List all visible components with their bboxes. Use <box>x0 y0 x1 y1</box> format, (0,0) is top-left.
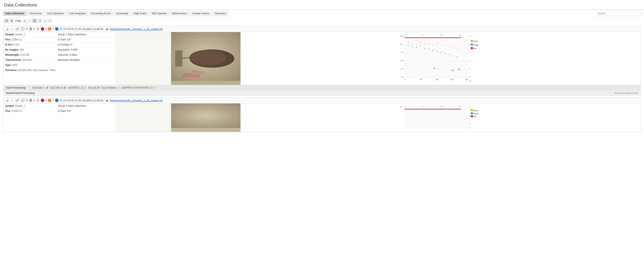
svg-rect-73 <box>471 43 473 45</box>
star-icon[interactable]: ☆ <box>10 27 14 31</box>
tab-screenings[interactable]: Screenings <box>114 11 130 16</box>
svg-text:0: 0 <box>404 79 406 81</box>
error-blue-count: 10 <box>60 99 62 102</box>
settings-icon[interactable]: ⚙ <box>36 27 40 31</box>
search-input[interactable] <box>596 11 641 16</box>
svg-text:10: 10 <box>469 80 471 82</box>
card-timestamp-2: 07-10-2021 11:44:23 <box>78 99 103 102</box>
svg-rect-37 <box>436 43 437 44</box>
card-timestamp-1: 07-10-2021 11:45:33 <box>78 27 103 31</box>
link-icon[interactable]: 🔗 <box>15 99 20 102</box>
svg-rect-32 <box>416 44 417 45</box>
error-red-count: 4 <box>46 99 47 102</box>
card-path-1[interactable]: TestInsulin/Insulin_1/Insulin_1_32_maste… <box>110 27 163 31</box>
card-chart-2: 20 0 5 10 15 -2 0 2 4 Spots Bragg <box>241 104 640 132</box>
tab-data-collections[interactable]: Data Collections <box>3 11 26 16</box>
svg-rect-75 <box>471 47 473 49</box>
svg-text:0: 0 <box>405 106 406 108</box>
comment-icon[interactable]: 💬 <box>21 27 25 31</box>
page-first-btn[interactable]: « <box>23 19 27 23</box>
proc-xia23dii: xia2 3dii: 2x ✗ <box>50 86 66 89</box>
tab-full-collections[interactable]: Full Collections <box>45 11 66 16</box>
comment-icon[interactable]: 💬 <box>21 99 25 102</box>
svg-rect-48 <box>428 49 429 50</box>
table-row: Sample: Insulin_1 Group: 2 Data Collecti… <box>4 104 116 109</box>
svg-text:150: 150 <box>450 79 454 81</box>
page-label: Page <box>15 19 21 22</box>
svg-rect-36 <box>432 45 433 46</box>
cross-icon: ✗ <box>97 86 100 89</box>
svg-text:0: 0 <box>469 43 470 45</box>
page-current-btn[interactable]: 1 <box>32 19 37 23</box>
page-prev-btn[interactable]: ‹ <box>28 19 32 23</box>
svg-rect-44 <box>412 46 413 47</box>
tab-auto-integrated[interactable]: Auto Integrated <box>67 11 88 16</box>
card-info-2: Sample: Insulin_1 Group: 2 Data Collecti… <box>4 104 116 132</box>
check-icon: ✓ <box>153 86 156 89</box>
image-icon[interactable]: 🖼 <box>29 27 32 31</box>
svg-rect-45 <box>416 47 417 48</box>
card-arrow-1: - <box>104 27 105 31</box>
svg-text:Bragg: Bragg <box>473 44 478 46</box>
svg-text:Spots: Spots <box>473 110 478 112</box>
tab-grid-scans[interactable]: Grid Scans <box>28 11 44 16</box>
svg-text:10.0: 10.0 <box>400 43 403 45</box>
print-icon[interactable]: 🖨 <box>6 27 9 31</box>
tab-sample-actions[interactable]: Sample Actions <box>190 11 212 16</box>
svg-text:2.5: 2.5 <box>401 68 403 70</box>
proc-autoprocstaraniso: autoPROC+STARANISO: 2x ✓ <box>122 86 156 89</box>
card-dash-2: - <box>104 99 105 102</box>
page-next-btn[interactable]: › <box>43 19 47 23</box>
svg-rect-77 <box>171 104 240 128</box>
error-red-icon: ! <box>41 27 44 31</box>
svg-rect-53 <box>449 54 450 55</box>
svg-text:10: 10 <box>440 106 442 108</box>
svg-text:12.5: 12.5 <box>400 35 403 37</box>
tab-edge-scans[interactable]: Edge Scans <box>131 11 149 16</box>
image-count: 2 <box>34 99 35 102</box>
svg-rect-54 <box>453 56 454 56</box>
svg-text:15: 15 <box>459 106 461 108</box>
svg-rect-22 <box>404 36 468 78</box>
search-container <box>596 11 641 16</box>
svg-rect-93 <box>471 115 473 117</box>
card-header-2: 🖨 ☆ 🔗 💬 0 🖼 2 ⚙ ! 4 ⚠ 4 i 10 [cm28181-4]… <box>4 98 640 104</box>
chart-svg-1: 12.5 10.0 7.5 5.0 2.5 0.0 0 5 10 15 <box>242 34 639 83</box>
page-last-btn[interactable]: » <box>48 19 52 23</box>
svg-rect-42 <box>457 48 458 49</box>
cross-icon: ✗ <box>64 86 66 89</box>
svg-text:4: 4 <box>469 60 470 62</box>
svg-point-56 <box>434 68 435 69</box>
settings-icon[interactable]: ⚙ <box>36 99 40 102</box>
svg-text:6: 6 <box>469 68 470 70</box>
card-body-1: Sample: Insulin_1 Group: 2 Data Collecti… <box>4 32 640 85</box>
svg-text:10: 10 <box>440 34 442 36</box>
check-icon: ✓ <box>84 86 86 89</box>
card-path-2[interactable]: TestInsulin/Insulin_1/Insulin_1_30_maste… <box>110 99 163 102</box>
tab-mca-spectra[interactable]: MCA Spectra <box>150 11 169 16</box>
svg-rect-30 <box>408 42 409 43</box>
print-icon[interactable]: 🖨 <box>6 99 9 102</box>
svg-text:100 μm: 100 μm <box>185 73 190 75</box>
star-icon[interactable]: ☆ <box>10 99 14 102</box>
link-icon[interactable]: 🔗 <box>15 27 20 31</box>
svg-rect-46 <box>420 45 421 46</box>
error-blue-icon: i <box>55 27 58 31</box>
table-row: Comment: (120354,201,-461) Aperture: 70u… <box>4 68 116 73</box>
image-icon[interactable]: 🖼 <box>29 99 32 102</box>
proc-autoproc: autoPROC: 2x ✓ <box>68 86 86 89</box>
page-size-select[interactable]: 15 25 50 100 <box>3 18 14 23</box>
svg-rect-49 <box>432 50 433 51</box>
svg-rect-52 <box>445 53 446 54</box>
svg-text:2: 2 <box>469 123 470 125</box>
svg-text:0.0: 0.0 <box>401 76 403 78</box>
tab-processing-errors[interactable]: Processing Errors <box>89 11 113 16</box>
svg-text:8: 8 <box>469 76 470 78</box>
tab-robot-actions[interactable]: Robot Actions <box>170 11 189 16</box>
svg-text:15: 15 <box>459 34 461 36</box>
page-header: Data Collections <box>0 0 644 10</box>
downstream-bar-1: Downstream Processing No processing resu… <box>4 90 640 96</box>
svg-text:Bragg: Bragg <box>473 113 478 115</box>
page-2-btn[interactable]: 2 <box>38 19 42 23</box>
tab-favourites[interactable]: Favourites <box>212 11 228 16</box>
